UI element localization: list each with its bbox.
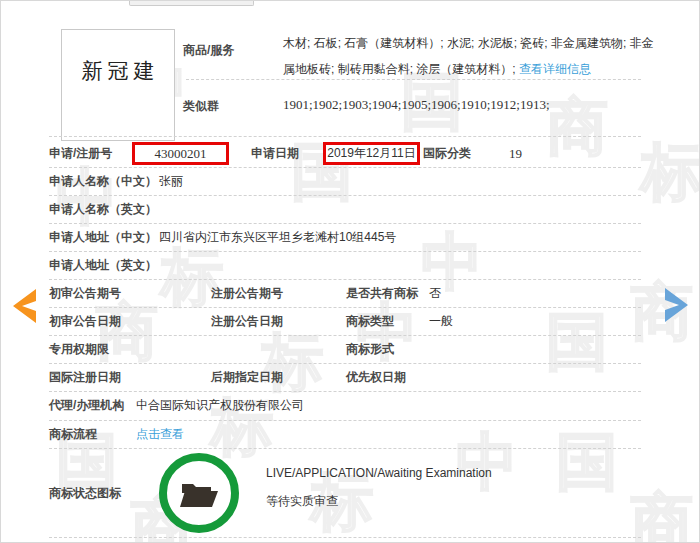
applicant-address-cn-row: 申请人地址（中文） 四川省内江市东兴区平坦乡老滩村10组445号 xyxy=(49,224,641,252)
gazette-number-row: 初审公告期号 注册公告期号 是否共有商标 否 xyxy=(49,280,641,308)
trademark-image-text: 新冠建 xyxy=(77,57,160,85)
open-folder-icon xyxy=(178,476,220,510)
prelim-gazette-no-label: 初审公告期号 xyxy=(49,280,121,308)
chevron-left-icon xyxy=(9,287,39,325)
later-designation-date-label: 后期指定日期 xyxy=(211,364,283,392)
gazette-date-row: 初审公告日期 注册公告日期 商标类型 一般 xyxy=(49,308,641,336)
agency-row: 代理/办理机构 中合国际知识产权股份有限公司 xyxy=(49,392,641,421)
trademark-type-label: 商标类型 xyxy=(346,308,394,336)
top-tab-remnant xyxy=(129,1,254,6)
exclusive-right-period-label: 专用权期限 xyxy=(49,336,109,364)
shared-trademark-label: 是否共有商标 xyxy=(346,280,418,308)
goods-services-list: 木材; 石板; 石膏（建筑材料）; 水泥; 水泥板; 瓷砖; 非金属建筑物; 非… xyxy=(283,36,654,76)
trademark-image: 新冠建 xyxy=(61,29,175,141)
similar-group-value: 1901;1902;1903;1904;1905;1906;1910;1912;… xyxy=(283,97,550,113)
trademark-detail-page: 中国商标中国商标中国商标中国商标中国商标 新冠建 商品/服务 木材; 石板; 石… xyxy=(0,0,700,543)
process-label: 商标流程 xyxy=(49,421,97,449)
priority-date-label: 优先权日期 xyxy=(346,364,406,392)
intl-class-label: 国际分类 xyxy=(423,140,471,168)
next-arrow-button[interactable] xyxy=(662,286,692,324)
agency-value: 中合国际知识产权股份有限公司 xyxy=(136,392,304,420)
agency-label: 代理/办理机构 xyxy=(49,392,124,420)
similar-group-label: 类似群 xyxy=(183,98,219,115)
applicant-address-cn-label: 申请人地址（中文） xyxy=(49,224,157,252)
separator xyxy=(186,79,641,80)
app-reg-number-label: 申请/注册号 xyxy=(49,140,112,168)
applicant-name-cn-label: 申请人名称（中文） xyxy=(49,168,157,196)
applicant-name-en-row: 申请人名称（英文） xyxy=(49,196,641,224)
status-row: 商标状态图标 LIVE/APPLICATION/Awaiting Examina… xyxy=(49,449,641,538)
intl-reg-date-label: 国际注册日期 xyxy=(49,364,121,392)
previous-arrow-button[interactable] xyxy=(9,287,39,325)
applicant-address-cn-value: 四川省内江市东兴区平坦乡老滩村10组445号 xyxy=(159,224,396,252)
applicant-name-cn-row: 申请人名称（中文） 张丽 xyxy=(49,168,641,196)
prelim-gazette-date-label: 初审公告日期 xyxy=(49,308,121,336)
trademark-form-label: 商标形式 xyxy=(346,336,394,364)
registration-row: 申请/注册号 43000201 申请日期 2019年12月11日 国际分类 19 xyxy=(49,140,641,168)
process-row: 商标流程 点击查看 xyxy=(49,421,641,449)
status-icon-label: 商标状态图标 xyxy=(49,485,121,502)
status-circle xyxy=(159,453,239,533)
process-view-link[interactable]: 点击查看 xyxy=(136,421,184,449)
status-text-en: LIVE/APPLICATION/Awaiting Examination xyxy=(266,466,492,480)
chevron-right-icon xyxy=(662,286,692,324)
intl-class-value: 19 xyxy=(509,140,522,168)
reg-gazette-no-label: 注册公告期号 xyxy=(211,280,283,308)
app-reg-number-highlight: 43000201 xyxy=(132,142,229,165)
view-details-link[interactable]: 查看详细信息 xyxy=(519,62,591,76)
shared-trademark-value: 否 xyxy=(429,280,441,308)
status-text-zh: 等待实质审查 xyxy=(266,493,338,510)
intl-dates-row: 国际注册日期 后期指定日期 优先权日期 xyxy=(49,364,641,392)
goods-services-text: 木材; 石板; 石膏（建筑材料）; 水泥; 水泥板; 瓷砖; 非金属建筑物; 非… xyxy=(283,30,665,82)
exclusive-right-row: 专用权期限 商标形式 xyxy=(49,336,641,364)
application-date-label: 申请日期 xyxy=(251,140,299,168)
application-date-highlight: 2019年12月11日 xyxy=(323,142,420,165)
applicant-address-en-row: 申请人地址（英文） xyxy=(49,252,641,280)
reg-gazette-date-label: 注册公告日期 xyxy=(211,308,283,336)
applicant-name-cn-value: 张丽 xyxy=(159,168,183,196)
goods-services-label: 商品/服务 xyxy=(183,42,234,59)
applicant-address-en-label: 申请人地址（英文） xyxy=(49,252,157,280)
separator xyxy=(49,136,641,137)
applicant-name-en-label: 申请人名称（英文） xyxy=(49,196,157,224)
trademark-type-value: 一般 xyxy=(429,308,453,336)
